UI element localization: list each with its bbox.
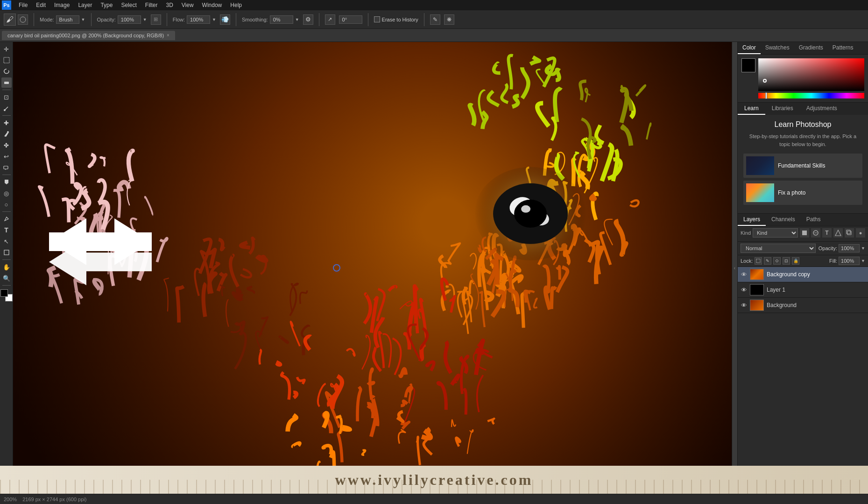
svg-rect-17 xyxy=(756,259,760,263)
eyedropper-tool[interactable] xyxy=(1,103,12,113)
lock-artboard-btn[interactable]: ⊡ xyxy=(783,257,790,265)
svg-rect-16 xyxy=(847,230,850,234)
history-brush-tool[interactable]: ↩ xyxy=(1,151,12,161)
tab-adjustments[interactable]: Adjustments xyxy=(800,103,844,115)
blend-mode-select[interactable]: Normal xyxy=(741,244,816,253)
blur-tool[interactable]: ◎ xyxy=(1,188,12,198)
eraser-tool2[interactable] xyxy=(1,162,12,173)
shape-tool[interactable] xyxy=(1,247,12,258)
layer-row-layer1[interactable]: 👁 Layer 1 xyxy=(738,282,868,298)
panel-collapse-handle[interactable]: ‹ xyxy=(732,42,737,494)
tablet-pressure-btn[interactable]: ✎ xyxy=(430,14,440,25)
flow-input[interactable]: 100% xyxy=(187,15,210,24)
eraser-tool[interactable] xyxy=(1,77,12,88)
type-tool[interactable]: T xyxy=(1,225,12,235)
lock-position-btn[interactable] xyxy=(773,257,781,265)
svg-marker-8 xyxy=(5,180,8,184)
foreground-color[interactable] xyxy=(0,289,8,297)
erase-history-checkbox[interactable] xyxy=(374,16,380,22)
smoothing-settings-btn[interactable]: ⚙ xyxy=(303,14,313,25)
crop-tool[interactable]: ⊡ xyxy=(1,92,12,102)
svg-rect-6 xyxy=(4,166,8,169)
tab-libraries[interactable]: Libraries xyxy=(765,103,800,115)
menu-view[interactable]: View xyxy=(178,1,198,9)
clone-stamp-tool[interactable]: ✤ xyxy=(1,140,12,150)
brush-size-btn[interactable] xyxy=(18,14,28,25)
hue-marker xyxy=(765,92,767,99)
menu-layer[interactable]: Layer xyxy=(74,1,96,9)
tab-layers[interactable]: Layers xyxy=(738,214,766,226)
dodge-tool[interactable]: ○ xyxy=(1,199,12,210)
opacity-input[interactable]: 100% xyxy=(839,244,860,252)
tab-swatches[interactable]: Swatches xyxy=(761,42,794,54)
path-selection-tool[interactable]: ↖ xyxy=(1,236,12,246)
airbrush-btn[interactable]: 💨 xyxy=(220,14,230,25)
tutorial-card-fundamental[interactable]: Fundamental Skills xyxy=(743,154,862,178)
angle-btn[interactable]: ↗ xyxy=(325,14,335,25)
tab-learn[interactable]: Learn xyxy=(738,103,765,115)
color-spectrum[interactable] xyxy=(758,58,864,91)
zoom-tool[interactable]: 🔍 xyxy=(1,273,12,283)
layer-visibility-background-copy[interactable]: 👁 xyxy=(741,271,747,278)
tab-gradients[interactable]: Gradients xyxy=(794,42,828,54)
adjustment-filter-btn[interactable] xyxy=(811,228,820,238)
layer-visibility-layer1[interactable]: 👁 xyxy=(741,287,747,293)
lock-transparent-btn[interactable] xyxy=(755,257,762,265)
pen-tool[interactable] xyxy=(1,214,12,224)
tutorial-thumb-fix-photo xyxy=(746,183,774,202)
menu-type[interactable]: Type xyxy=(97,1,116,9)
opacity-input[interactable]: 100% xyxy=(118,15,141,24)
tab-paths[interactable]: Paths xyxy=(801,214,826,226)
menu-filter[interactable]: Filter xyxy=(141,1,162,9)
active-color-swatch[interactable] xyxy=(741,58,755,72)
type-filter-btn[interactable]: T xyxy=(822,228,832,238)
hand-tool[interactable]: ✋ xyxy=(1,262,12,272)
foreground-background-colors[interactable] xyxy=(0,289,13,301)
lock-image-btn[interactable]: ✎ xyxy=(764,257,771,265)
filter-toggle-btn[interactable]: ● xyxy=(856,228,865,238)
tab-patterns[interactable]: Patterns xyxy=(828,42,858,54)
tool-preset-btn[interactable]: 🖌 xyxy=(4,14,16,26)
tab-close-btn[interactable]: × xyxy=(167,33,169,38)
color-panel-tabs: Color Swatches Gradients Patterns xyxy=(738,42,868,55)
status-bar: 200% 2169 px × 2744 px (600 ppi) xyxy=(0,494,868,504)
lasso-tool[interactable] xyxy=(1,66,12,77)
pressure-opacity-btn[interactable]: ⊞ xyxy=(151,14,161,25)
main-area: ✛ ⊡ ✚ ✤ ↩ ◎ ○ T xyxy=(0,42,868,494)
smoothing-input[interactable]: 0% xyxy=(270,15,293,24)
shape-filter-btn[interactable] xyxy=(833,228,843,238)
angle-input[interactable]: 0° xyxy=(339,15,362,24)
layer-row-background-copy[interactable]: 👁 Background copy xyxy=(738,267,868,282)
tool-preset-group: 🖌 xyxy=(4,14,28,26)
learn-content-area: Learn Photoshop Step-by-step tutorials d… xyxy=(738,115,868,213)
opacity-label: Opacity: xyxy=(97,17,116,22)
lock-all-btn[interactable]: 🔒 xyxy=(792,257,799,265)
healing-brush-tool[interactable]: ✚ xyxy=(1,118,12,128)
layer-row-background[interactable]: 👁 Background xyxy=(738,298,868,313)
pixel-filter-btn[interactable] xyxy=(800,228,809,238)
move-tool[interactable]: ✛ xyxy=(1,44,12,54)
hue-slider[interactable] xyxy=(758,93,864,98)
svg-rect-12 xyxy=(802,231,807,235)
menu-3d[interactable]: 3D xyxy=(162,1,176,9)
smart-object-filter-btn[interactable] xyxy=(845,228,854,238)
menu-help[interactable]: Help xyxy=(226,1,246,9)
menu-window[interactable]: Window xyxy=(198,1,226,9)
menu-edit[interactable]: Edit xyxy=(32,1,49,9)
tab-color[interactable]: Color xyxy=(738,42,761,54)
menu-file[interactable]: File xyxy=(15,1,31,9)
document-tab[interactable]: canary bird oil painting0002.png @ 200% … xyxy=(2,31,175,40)
mode-select[interactable]: Brush xyxy=(56,15,79,24)
menu-select[interactable]: Select xyxy=(117,1,140,9)
tutorial-card-fix-photo[interactable]: Fix a photo xyxy=(743,181,862,205)
marquee-tool[interactable] xyxy=(1,55,12,65)
symmetry-btn[interactable]: ❋ xyxy=(444,14,454,25)
canvas-area[interactable]: RECORDED WITH SCREENCAST MATIC xyxy=(13,42,732,494)
layer-visibility-background[interactable]: 👁 xyxy=(741,302,747,308)
fill-tool[interactable] xyxy=(1,177,12,187)
fill-input[interactable]: 100% xyxy=(839,257,860,265)
kind-filter-select[interactable]: Kind xyxy=(753,228,798,238)
menu-image[interactable]: Image xyxy=(50,1,73,9)
brush-tool[interactable] xyxy=(1,129,12,139)
tab-channels[interactable]: Channels xyxy=(766,214,801,226)
